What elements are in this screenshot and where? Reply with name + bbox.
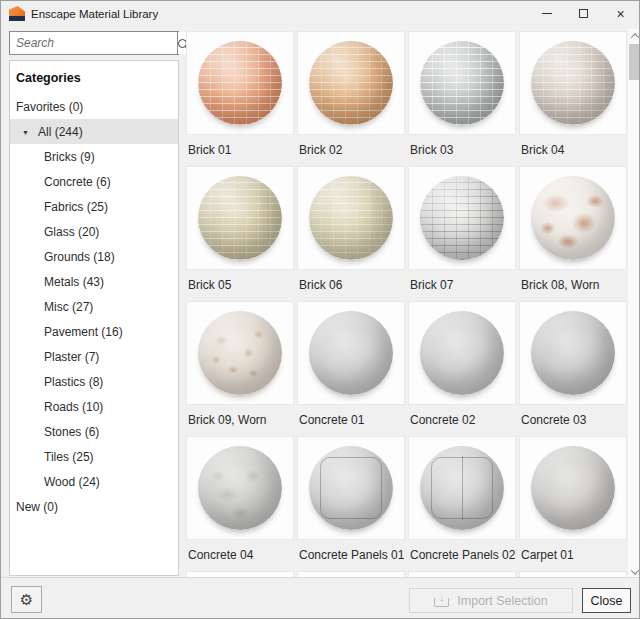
material-name: Concrete 04	[186, 540, 294, 571]
material-name: Concrete 01	[297, 405, 405, 436]
material-preview[interactable]	[408, 166, 516, 270]
material-tile[interactable]: Brick 07	[408, 166, 516, 301]
material-grid-area: Brick 01Brick 02Brick 03Brick 04Brick 05…	[186, 31, 627, 579]
enscape-material-library-window: { "window": { "title": "Enscape Material…	[0, 0, 640, 619]
categories-panel: Categories Favorites (0)▼All (244)Bricks…	[9, 60, 179, 576]
sidebar-item-label: Pavement (16)	[44, 325, 123, 339]
chevron-down-icon	[630, 566, 638, 574]
material-sphere	[198, 176, 282, 260]
sidebar-item-wood[interactable]: Wood (24)	[10, 469, 178, 494]
material-tile[interactable]: Concrete Panels 01	[297, 436, 405, 571]
material-name: Brick 05	[186, 270, 294, 301]
sidebar-item-label: Grounds (18)	[44, 250, 115, 264]
sidebar-item-pavement[interactable]: Pavement (16)	[10, 319, 178, 344]
material-preview[interactable]	[519, 31, 627, 135]
material-preview[interactable]	[519, 436, 627, 540]
sidebar-item-label: Glass (20)	[44, 225, 99, 239]
sidebar-item-new[interactable]: New (0)	[10, 494, 178, 519]
sidebar-item-misc[interactable]: Misc (27)	[10, 294, 178, 319]
sidebar-item-favorites[interactable]: Favorites (0)	[10, 94, 178, 119]
window-controls: ×	[528, 1, 639, 26]
close-button-label: Close	[591, 594, 623, 608]
material-tile[interactable]: Concrete 04	[186, 436, 294, 571]
sidebar-item-label: Concrete (6)	[44, 175, 111, 189]
material-tile[interactable]: Concrete 01	[297, 301, 405, 436]
sidebar-item-tiles[interactable]: Tiles (25)	[10, 444, 178, 469]
material-tile[interactable]: Brick 09, Worn	[186, 301, 294, 436]
material-preview[interactable]	[186, 166, 294, 270]
expander-triangle-icon[interactable]: ▼	[22, 128, 29, 135]
material-tile[interactable]: Brick 06	[297, 166, 405, 301]
titlebar: Enscape Material Library ×	[1, 1, 639, 26]
material-preview[interactable]	[297, 31, 405, 135]
material-tile[interactable]: Concrete Panels 02	[408, 436, 516, 571]
material-name: Brick 03	[408, 135, 516, 166]
sidebar-item-metals[interactable]: Metals (43)	[10, 269, 178, 294]
categories-list: Favorites (0)▼All (244)Bricks (9)Concret…	[10, 94, 178, 519]
material-preview[interactable]	[297, 166, 405, 270]
material-preview[interactable]	[519, 166, 627, 270]
search-input[interactable]	[10, 32, 177, 54]
material-preview[interactable]	[408, 301, 516, 405]
material-sphere	[531, 446, 615, 530]
material-tile[interactable]: Brick 02	[297, 31, 405, 166]
sidebar-item-label: Tiles (25)	[44, 450, 94, 464]
sidebar-item-label: New (0)	[16, 500, 58, 514]
material-tile[interactable]: Brick 08, Worn	[519, 166, 627, 301]
footer-bar: ⚙ Import Selection Close	[1, 577, 639, 618]
material-name: Brick 07	[408, 270, 516, 301]
sidebar-item-label: Metals (43)	[44, 275, 104, 289]
close-window-button[interactable]: ×	[602, 1, 639, 26]
material-tile[interactable]: Brick 03	[408, 31, 516, 166]
material-tile[interactable]: Brick 04	[519, 31, 627, 166]
material-sphere	[420, 311, 504, 395]
material-tile[interactable]: Brick 01	[186, 31, 294, 166]
material-preview[interactable]	[186, 31, 294, 135]
material-tile[interactable]: Concrete 03	[519, 301, 627, 436]
material-name: Concrete Panels 02	[408, 540, 516, 571]
sidebar-item-bricks[interactable]: Bricks (9)	[10, 144, 178, 169]
material-preview[interactable]	[297, 436, 405, 540]
logo-orange-shape	[9, 6, 25, 16]
chevron-up-icon	[630, 33, 638, 41]
sidebar-item-glass[interactable]: Glass (20)	[10, 219, 178, 244]
sidebar-item-all[interactable]: ▼All (244)	[10, 119, 178, 144]
material-preview[interactable]	[186, 436, 294, 540]
settings-button[interactable]: ⚙	[11, 586, 42, 613]
sidebar-item-fabrics[interactable]: Fabrics (25)	[10, 194, 178, 219]
material-sphere	[531, 176, 615, 260]
sidebar-item-roads[interactable]: Roads (10)	[10, 394, 178, 419]
material-tile[interactable]: Concrete 02	[408, 301, 516, 436]
minimize-button[interactable]	[528, 1, 565, 26]
close-button[interactable]: Close	[582, 588, 631, 613]
import-selection-button[interactable]: Import Selection	[409, 588, 573, 613]
material-preview[interactable]	[408, 436, 516, 540]
logo-navy-shape	[9, 16, 25, 21]
sidebar-item-plaster[interactable]: Plaster (7)	[10, 344, 178, 369]
sidebar-item-grounds[interactable]: Grounds (18)	[10, 244, 178, 269]
material-preview[interactable]	[297, 301, 405, 405]
sidebar-item-plastics[interactable]: Plastics (8)	[10, 369, 178, 394]
material-name: Brick 06	[297, 270, 405, 301]
sidebar-item-label: Plaster (7)	[44, 350, 99, 364]
sidebar-item-label: Roads (10)	[44, 400, 103, 414]
scrollbar-thumb[interactable]	[629, 44, 640, 80]
material-preview[interactable]	[519, 301, 627, 405]
material-preview[interactable]	[186, 301, 294, 405]
maximize-button[interactable]	[565, 1, 602, 26]
material-name: Brick 09, Worn	[186, 405, 294, 436]
sidebar-item-stones[interactable]: Stones (6)	[10, 419, 178, 444]
material-name: Brick 04	[519, 135, 627, 166]
material-tile[interactable]: Carpet 01	[519, 436, 627, 571]
material-preview[interactable]	[408, 31, 516, 135]
scroll-up-icon[interactable]	[628, 29, 640, 43]
material-tile[interactable]: Brick 05	[186, 166, 294, 301]
enscape-logo-icon	[9, 6, 25, 21]
material-sphere	[198, 446, 282, 530]
search-bar	[9, 31, 179, 55]
material-name: Concrete 02	[408, 405, 516, 436]
material-sphere	[531, 41, 615, 125]
sidebar-item-concrete[interactable]: Concrete (6)	[10, 169, 178, 194]
grid-scrollbar[interactable]	[628, 29, 640, 579]
material-sphere	[198, 41, 282, 125]
